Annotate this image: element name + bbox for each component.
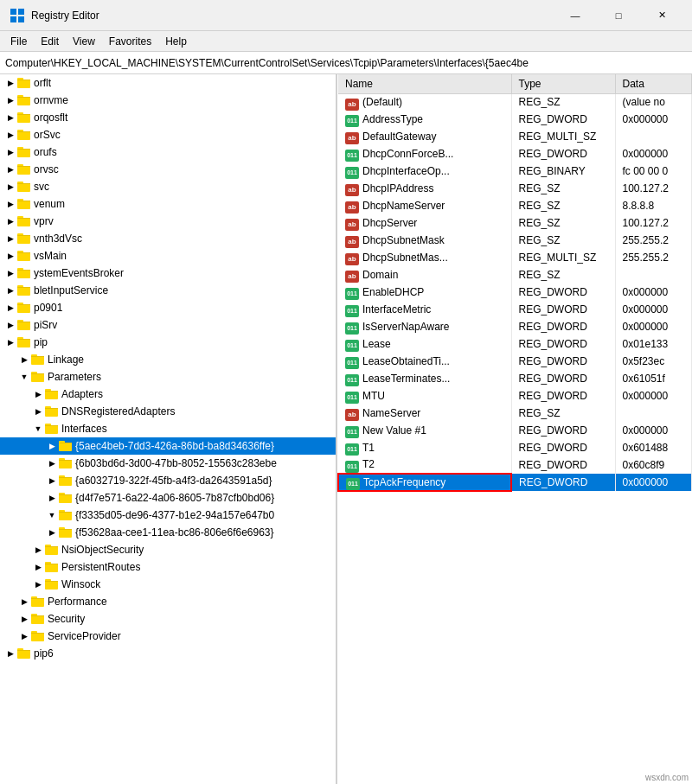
- tree-expander[interactable]: ▶: [3, 252, 17, 260]
- tree-panel[interactable]: ▶ orflt▶ ornvme▶ orqosflt▶ orSvc▶ orufs▶…: [0, 74, 337, 784]
- table-row[interactable]: abDhcpNameServerREG_SZ8.8.8.8: [338, 197, 692, 214]
- tree-expander[interactable]: ▶: [17, 355, 31, 364]
- table-row[interactable]: 011DhcpConnForceB...REG_DWORD0x000000: [338, 145, 692, 163]
- tree-expander[interactable]: ▶: [3, 182, 17, 191]
- tree-expander[interactable]: ▶: [3, 131, 17, 139]
- table-row[interactable]: 011EnableDHCPREG_DWORD0x000000: [338, 284, 692, 301]
- tree-item[interactable]: ▶ {f53628aa-cee1-11ea-bc86-806e6f6e6963}: [0, 524, 336, 541]
- tree-expander[interactable]: ▼: [17, 373, 31, 381]
- tree-expander[interactable]: ▶: [3, 96, 17, 105]
- tree-item[interactable]: ▶ ServiceProvider: [0, 628, 336, 645]
- tree-expander[interactable]: ▶: [17, 615, 31, 623]
- table-row[interactable]: 011TcpAckFrequencyREG_DWORD0x000000: [338, 474, 692, 491]
- tree-item[interactable]: ▶ Security: [0, 610, 336, 628]
- tree-item[interactable]: ▶ Linkage: [0, 351, 336, 368]
- tree-item[interactable]: ▶ bletInputService: [0, 282, 336, 299]
- tree-item[interactable]: ▶ orflt: [0, 74, 336, 92]
- tree-expander[interactable]: ▶: [31, 563, 45, 571]
- tree-item[interactable]: ▶ vprv: [0, 213, 336, 230]
- tree-item[interactable]: ▶ orvsc: [0, 161, 336, 178]
- tree-expander[interactable]: ▼: [31, 424, 45, 433]
- tree-item[interactable]: ▶ orqosflt: [0, 109, 336, 126]
- table-row[interactable]: abDhcpIPAddressREG_SZ100.127.2: [338, 180, 692, 197]
- tree-expander[interactable]: ▶: [3, 338, 17, 347]
- tree-expander[interactable]: ▶: [3, 148, 17, 156]
- tree-expander[interactable]: ▶: [3, 217, 17, 226]
- table-row[interactable]: 011InterfaceMetricREG_DWORD0x000000: [338, 301, 692, 318]
- tree-item[interactable]: ▶ venum: [0, 195, 336, 213]
- tree-item[interactable]: ▶ svc: [0, 178, 336, 195]
- tree-expander[interactable]: ▶: [45, 476, 59, 485]
- table-row[interactable]: 011LeaseREG_DWORD0x01e133: [338, 335, 692, 353]
- tree-expander[interactable]: ▶: [3, 79, 17, 87]
- tree-expander[interactable]: ▶: [45, 528, 59, 537]
- tree-expander[interactable]: ▶: [31, 390, 45, 398]
- table-row[interactable]: 011DhcpInterfaceOp...REG_BINARYfc 00 00 …: [338, 163, 692, 180]
- table-row[interactable]: 011LeaseTerminates...REG_DWORD0x61051f: [338, 370, 692, 387]
- tree-item[interactable]: ▶ PersistentRoutes: [0, 558, 336, 576]
- tree-expander[interactable]: ▶: [3, 165, 17, 174]
- table-row[interactable]: ab(Default)REG_SZ(value no: [338, 93, 692, 111]
- values-panel[interactable]: Name Type Data ab(Default)REG_SZ(value n…: [337, 74, 692, 784]
- table-row[interactable]: abDefaultGatewayREG_MULTI_SZ: [338, 128, 692, 145]
- tree-expander[interactable]: ▼: [45, 511, 59, 519]
- tree-item[interactable]: ▶ piSrv: [0, 316, 336, 334]
- tree-item[interactable]: ▼ Interfaces: [0, 420, 336, 437]
- table-row[interactable]: 011T2REG_DWORD0x60c8f9: [338, 456, 692, 474]
- tree-item[interactable]: ▶ vnth3dVsc: [0, 230, 336, 247]
- table-row[interactable]: 011New Value #1REG_DWORD0x000000: [338, 422, 692, 439]
- tree-expander[interactable]: ▶: [31, 407, 45, 416]
- table-row[interactable]: abDhcpSubnetMas...REG_MULTI_SZ255.255.2: [338, 249, 692, 266]
- tree-item[interactable]: ▶ Adapters: [0, 386, 336, 403]
- tree-expander[interactable]: ▶: [3, 234, 17, 243]
- table-row[interactable]: 011LeaseObtainedTi...REG_DWORD0x5f23ec: [338, 353, 692, 370]
- table-row[interactable]: abNameServerREG_SZ: [338, 405, 692, 422]
- table-row[interactable]: 011MTUREG_DWORD0x000000: [338, 387, 692, 405]
- tree-expander[interactable]: ▶: [17, 597, 31, 606]
- tree-expander[interactable]: ▶: [3, 200, 17, 208]
- menu-help[interactable]: Help: [158, 34, 194, 49]
- tree-item[interactable]: ▶ NsiObjectSecurity: [0, 541, 336, 558]
- tree-item[interactable]: ▶ orufs: [0, 143, 336, 161]
- tree-expander[interactable]: ▶: [3, 113, 17, 122]
- tree-expander[interactable]: ▶: [17, 632, 31, 641]
- tree-expander[interactable]: ▶: [3, 321, 17, 329]
- menu-file[interactable]: File: [3, 34, 34, 49]
- tree-expander[interactable]: ▶: [45, 442, 59, 450]
- tree-expander[interactable]: ▶: [3, 649, 17, 658]
- tree-item[interactable]: ▶ {6b03bd6d-3d00-47bb-8052-15563c283ebe: [0, 455, 336, 472]
- table-row[interactable]: abDomainREG_SZ: [338, 266, 692, 284]
- tree-item[interactable]: ▶ Performance: [0, 593, 336, 610]
- tree-item[interactable]: ▶ vsMain: [0, 247, 336, 265]
- tree-expander[interactable]: ▶: [45, 494, 59, 502]
- table-row[interactable]: 011T1REG_DWORD0x601488: [338, 439, 692, 456]
- menu-edit[interactable]: Edit: [34, 34, 66, 49]
- table-row[interactable]: abDhcpServerREG_SZ100.127.2: [338, 214, 692, 232]
- tree-item[interactable]: ▶ Winsock: [0, 576, 336, 593]
- minimize-button[interactable]: —: [555, 7, 595, 24]
- tree-item[interactable]: ▶ orSvc: [0, 126, 336, 143]
- tree-item[interactable]: ▶ ornvme: [0, 92, 336, 109]
- tree-expander[interactable]: ▶: [45, 459, 59, 468]
- tree-item[interactable]: ▶ ystemEventsBroker: [0, 265, 336, 282]
- tree-item[interactable]: ▶ {a6032719-322f-45fb-a4f3-da2643591a5d}: [0, 472, 336, 489]
- tree-item[interactable]: ▶ {5aec4beb-7dd3-426a-86bd-ba8d34636ffe}: [0, 437, 336, 455]
- menu-favorites[interactable]: Favorites: [102, 34, 158, 49]
- tree-item[interactable]: ▶ p0901: [0, 299, 336, 316]
- table-row[interactable]: 011IsServerNapAwareREG_DWORD0x000000: [338, 318, 692, 335]
- address-bar[interactable]: Computer\HKEY_LOCAL_MACHINE\SYSTEM\Curre…: [0, 52, 692, 74]
- tree-expander[interactable]: ▶: [31, 580, 45, 589]
- table-row[interactable]: abDhcpSubnetMaskREG_SZ255.255.2: [338, 232, 692, 249]
- tree-item[interactable]: ▶ DNSRegisteredAdapters: [0, 403, 336, 420]
- tree-item[interactable]: ▼ {f3335d05-de96-4377-b1e2-94a157e647b0: [0, 507, 336, 524]
- tree-item[interactable]: ▶ pip6: [0, 645, 336, 662]
- tree-expander[interactable]: ▶: [3, 303, 17, 312]
- tree-expander[interactable]: ▶: [31, 545, 45, 554]
- close-button[interactable]: ✕: [642, 7, 682, 24]
- tree-item[interactable]: ▶ pip: [0, 334, 336, 351]
- table-row[interactable]: 011AddressTypeREG_DWORD0x000000: [338, 111, 692, 128]
- tree-expander[interactable]: ▶: [3, 269, 17, 277]
- tree-item[interactable]: ▶ {d4f7e571-6a22-4a06-8605-7b87cfb0bd06}: [0, 489, 336, 507]
- tree-expander[interactable]: ▶: [3, 286, 17, 295]
- maximize-button[interactable]: □: [599, 7, 638, 24]
